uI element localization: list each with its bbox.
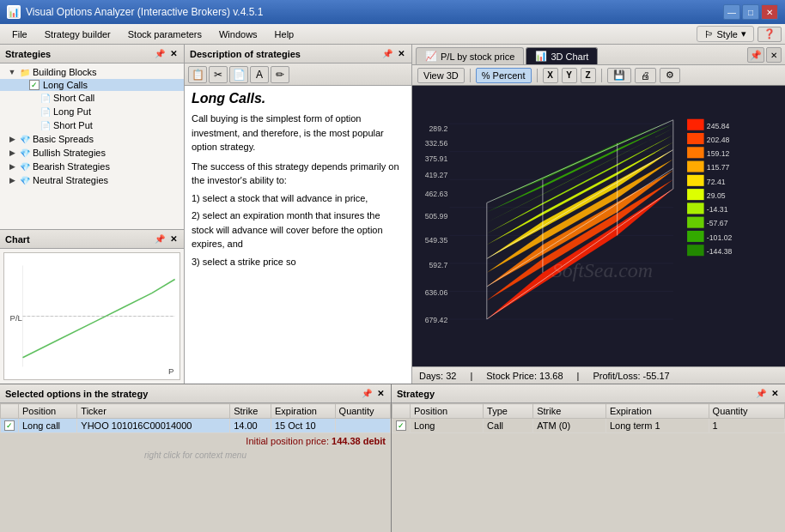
desc-paste-btn[interactable]: 📄 xyxy=(229,66,248,83)
desc-close-icon[interactable]: ✕ xyxy=(396,49,406,59)
tab-pl-stock[interactable]: 📈 P/L by stock price xyxy=(416,47,524,64)
srow-strike: ATM (0) xyxy=(533,419,606,433)
scol-type: Type xyxy=(484,404,533,419)
y-axis-btn[interactable]: Y xyxy=(562,68,577,83)
desc-copy-btn[interactable]: 📋 xyxy=(188,66,207,83)
chart-panel: Chart 📌 ✕ P/L xyxy=(0,229,185,384)
strategy-close-icon[interactable]: ✕ xyxy=(770,389,780,399)
chart-pin-icon[interactable]: 📌 xyxy=(155,234,165,245)
svg-text:-57.67: -57.67 xyxy=(707,220,728,228)
long-put-label: Long Put xyxy=(53,106,91,117)
tree-item-long-put[interactable]: 📄 Long Put xyxy=(0,105,184,118)
tree-item-bearish[interactable]: ▶ 💎 Bearish Strategies xyxy=(0,160,184,173)
strategy-table-row[interactable]: ✓ Long Call ATM (0) Long term 1 1 xyxy=(392,419,785,433)
menu-bar: File Strategy builder Stock parameters W… xyxy=(0,24,785,45)
description-scroll[interactable]: Long Calls. Call buying is the simplest … xyxy=(185,86,411,384)
svg-text:462.63: 462.63 xyxy=(425,190,448,198)
view-3d-btn[interactable]: View 3D xyxy=(417,68,465,83)
col-quantity: Quantity xyxy=(335,404,390,419)
row-check[interactable]: ✓ xyxy=(1,419,19,433)
percent-btn[interactable]: % Percent xyxy=(476,68,532,83)
svg-text:-101.02: -101.02 xyxy=(707,233,733,242)
table-row[interactable]: ✓ Long call YHOO 101016C00014000 14.00 1… xyxy=(1,419,391,433)
chart-save-btn[interactable]: 💾 xyxy=(607,68,631,83)
menu-file[interactable]: File xyxy=(3,27,36,41)
chart-close-btn[interactable]: ✕ xyxy=(766,47,782,63)
menu-stock-parameters[interactable]: Stock parameters xyxy=(119,27,210,41)
3d-tab-label: 3D Chart xyxy=(551,51,588,62)
srow-check[interactable]: ✓ xyxy=(392,419,411,433)
col-position: Position xyxy=(19,404,77,419)
diamond-icon-2: 💎 xyxy=(19,147,31,159)
desc-para-3: 1) select a stock that will advance in p… xyxy=(192,191,405,206)
chart-settings-btn[interactable]: ⚙ xyxy=(660,68,680,83)
srow-quantity: 1 xyxy=(709,419,784,433)
bottom-section: Selected options in the strategy 📌 ✕ Pos… xyxy=(0,384,785,532)
options-pin-icon[interactable]: 📌 xyxy=(362,389,372,399)
options-close-icon[interactable]: ✕ xyxy=(375,389,386,399)
scol-position: Position xyxy=(411,404,484,419)
style-button[interactable]: 🏳 Style ▾ xyxy=(697,26,754,42)
x-axis-btn[interactable]: X xyxy=(543,68,558,83)
col-check xyxy=(1,404,19,419)
close-btn[interactable]: ✕ xyxy=(761,4,778,20)
tree-item-neutral[interactable]: ▶ 💎 Neutral Strategies xyxy=(0,173,184,187)
chart-3d-toolbar: View 3D % Percent X Y Z 💾 🖨 ⚙ xyxy=(412,65,785,86)
minimize-btn[interactable]: — xyxy=(723,4,740,20)
tree-item-basic-spreads[interactable]: ▶ 💎 Basic Spreads xyxy=(0,132,184,146)
svg-rect-42 xyxy=(687,119,704,130)
folder-icon: 📁 xyxy=(19,66,31,78)
tree-item-short-put[interactable]: 📄 Short Put xyxy=(0,118,184,132)
tab-3d-chart[interactable]: 📊 3D Chart xyxy=(526,47,598,64)
menu-help[interactable]: Help xyxy=(266,27,303,41)
col-ticker: Ticker xyxy=(77,404,230,419)
expand-icon-8: ▶ xyxy=(7,161,17,172)
tree-item-bullish[interactable]: ▶ 💎 Bullish Strategies xyxy=(0,146,184,160)
scol-check xyxy=(392,404,411,419)
selected-options-panel: Selected options in the strategy 📌 ✕ Pos… xyxy=(0,384,392,532)
z-axis-btn[interactable]: Z xyxy=(581,68,596,83)
row-quantity xyxy=(335,419,390,433)
style-dropdown-icon: ▾ xyxy=(741,28,746,39)
desc-cut-btn[interactable]: ✂ xyxy=(209,66,228,83)
help-icon-btn[interactable]: ❓ xyxy=(758,27,782,42)
scol-strike: Strike xyxy=(533,404,606,419)
tree-item-long-calls[interactable]: ✓ Long Calls xyxy=(0,79,184,91)
tree-item-short-call[interactable]: 📄 Short Call xyxy=(0,91,184,105)
long-calls-label: Long Calls xyxy=(43,80,88,90)
desc-format-btn[interactable]: ✏ xyxy=(271,66,289,83)
expand-icon-4 xyxy=(27,106,38,117)
svg-rect-46 xyxy=(687,147,704,158)
svg-text:592.7: 592.7 xyxy=(429,261,448,269)
maximize-btn[interactable]: □ xyxy=(742,4,759,20)
chart-close-icon[interactable]: ✕ xyxy=(168,234,179,245)
chart-print-btn[interactable]: 🖨 xyxy=(635,68,656,83)
svg-rect-58 xyxy=(687,231,704,242)
row-ticker: YHOO 101016C00014000 xyxy=(77,419,230,433)
menu-strategy-builder[interactable]: Strategy builder xyxy=(36,27,119,41)
profit-loss-status: Profit/Loss: -55.17 xyxy=(593,371,669,381)
svg-rect-44 xyxy=(687,133,704,144)
svg-text:245.84: 245.84 xyxy=(707,122,730,130)
chart-3d-area[interactable]: 679.42 636.06 592.7 549.35 505.99 462.63… xyxy=(412,86,785,366)
desc-pin-icon[interactable]: 📌 xyxy=(382,49,392,59)
row-strike: 14.00 xyxy=(230,419,271,433)
expand-icon-2 xyxy=(17,80,27,90)
desc-para-5: 3) select a strike price so xyxy=(192,255,405,269)
svg-rect-52 xyxy=(687,189,704,200)
app-icon: 📊 xyxy=(7,5,21,19)
selected-options-table-wrapper[interactable]: Position Ticker Strike Expiration Quanti… xyxy=(0,403,391,532)
desc-font-btn[interactable]: A xyxy=(250,66,269,83)
menu-windows[interactable]: Windows xyxy=(210,27,266,41)
3d-tab-icon: 📊 xyxy=(535,51,547,62)
checkbox-long-calls[interactable]: ✓ xyxy=(29,80,40,90)
chart-pin-btn[interactable]: 📌 xyxy=(747,47,764,63)
chart-status-bar: Days: 32 | Stock Price: 13.68 | Profit/L… xyxy=(412,366,785,384)
strategy-table-wrapper[interactable]: Position Type Strike Expiration Quantity… xyxy=(392,403,785,532)
svg-text:289.2: 289.2 xyxy=(429,124,448,133)
strategy-pin-icon[interactable]: 📌 xyxy=(756,389,766,399)
strategies-pin-icon[interactable]: 📌 xyxy=(155,49,165,59)
expand-icon-5 xyxy=(27,120,38,130)
tree-item-building-blocks[interactable]: ▼ 📁 Building Blocks xyxy=(0,65,184,79)
strategies-close-icon[interactable]: ✕ xyxy=(168,49,179,59)
